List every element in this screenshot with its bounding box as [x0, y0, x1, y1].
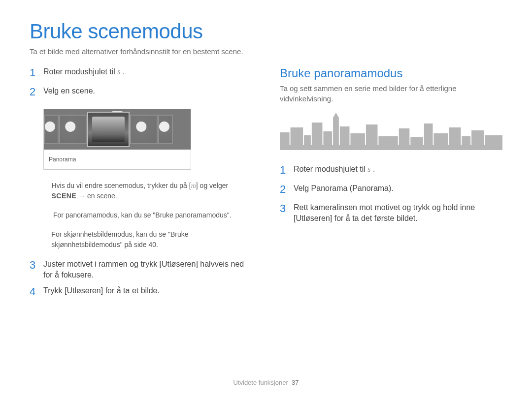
page-title: Bruke scenemodus [30, 20, 502, 43]
panorama-heading: Bruke panoramamodus [280, 66, 502, 80]
note-pre: Hvis du vil endre scenemodus, trykker du… [51, 182, 191, 189]
left-step-4: 4 Trykk [Utløseren] for å ta et bilde. [30, 285, 252, 300]
scene-selector-display: Panorama [43, 109, 191, 170]
svg-rect-10 [378, 136, 398, 147]
page: Bruke scenemodus Ta et bilde med alterna… [0, 0, 532, 401]
step-number: 4 [30, 284, 43, 300]
svg-rect-3 [304, 135, 311, 147]
scene-word: SCENE [51, 192, 76, 200]
left-step-3: 3 Juster motivet i rammen og trykk [Utlø… [30, 259, 252, 281]
step-text: Roter modushjulet til s . [43, 66, 252, 77]
page-subtitle: Ta et bilde med alternativer forhåndsinn… [30, 47, 502, 56]
footer-section: Utvidete funksjoner [233, 379, 288, 386]
step-text: Velg Panorama (Panorama). [294, 183, 502, 194]
right-step-1: 1 Roter modushjulet til s . [280, 164, 502, 178]
columns: 1 Roter modushjulet til s . 2 Velg en sc… [30, 66, 502, 305]
svg-rect-9 [366, 124, 378, 147]
bullet [43, 210, 53, 220]
svg-rect-4 [312, 123, 323, 147]
panorama-skyline-illustration [280, 113, 502, 150]
svg-rect-12 [410, 137, 423, 147]
footer: Utvidete funksjoner 37 [0, 379, 532, 386]
right-step-3: 3 Rett kameralinsen mot motivet og trykk… [280, 202, 502, 224]
svg-marker-6 [333, 113, 339, 147]
scene-thumb [158, 115, 173, 144]
svg-rect-2 [291, 127, 303, 147]
scene-thumbnail-strip [44, 109, 191, 150]
note-text: For panoramamodus, kan du se "Bruke pano… [53, 210, 232, 220]
step-text: Roter modushjulet til s . [294, 164, 502, 175]
svg-rect-16 [462, 136, 470, 147]
scene-name-label: Panorama [44, 150, 191, 169]
svg-rect-14 [433, 133, 448, 147]
svg-rect-15 [449, 127, 461, 147]
step-text-tail: . [371, 165, 375, 173]
svg-rect-1 [280, 132, 290, 147]
left-step-2: 2 Velg en scene. [30, 86, 252, 100]
step-text: Juster motivet i rammen og trykk [Utløse… [43, 259, 252, 281]
footer-page-number: 37 [292, 379, 299, 386]
scene-thumb [44, 115, 59, 144]
left-column: 1 Roter modushjulet til s . 2 Velg en sc… [30, 66, 252, 305]
svg-rect-18 [485, 135, 502, 147]
svg-rect-17 [471, 130, 484, 147]
step-text: Velg en scene. [43, 86, 252, 96]
step-text-pre: Roter modushjulet til [43, 67, 117, 76]
note-line-2: For panoramamodus, kan du se "Bruke pano… [43, 210, 252, 220]
step-number: 3 [280, 201, 294, 216]
step-number: 1 [280, 163, 294, 178]
note-line-3: For skjønnhetsbildemodus, kan du se "Bru… [43, 229, 252, 250]
mode-dial-icon: s [367, 165, 370, 173]
mode-dial-icon: s [117, 67, 120, 76]
note-text: Hvis du vil endre scenemodus, trykker du… [51, 181, 252, 201]
note-mid: ] og velger [196, 182, 228, 189]
svg-rect-8 [350, 133, 365, 147]
menu-icon: m [191, 182, 196, 189]
right-step-2: 2 Velg Panorama (Panorama). [280, 183, 502, 197]
note-text: For skjønnhetsbildemodus, kan du se "Bru… [51, 229, 252, 250]
panorama-subtext: Ta og sett sammen en serie med bilder fo… [280, 83, 502, 104]
step-number: 1 [30, 65, 43, 81]
scene-thumb [59, 115, 87, 144]
step-text-tail: . [121, 67, 125, 76]
bullet [43, 181, 51, 201]
step-text: Rett kameralinsen mot motivet og trykk o… [294, 202, 502, 224]
step-number: 2 [280, 182, 294, 197]
svg-rect-7 [340, 126, 350, 147]
arrow-right-icon: → [76, 192, 87, 200]
step-text-pre: Roter modushjulet til [294, 165, 367, 173]
right-column: Bruke panoramamodus Ta og sett sammen en… [280, 66, 502, 305]
svg-rect-13 [424, 123, 433, 147]
note-line-1: Hvis du vil endre scenemodus, trykker du… [43, 181, 252, 201]
step-number: 3 [30, 258, 43, 273]
svg-rect-5 [323, 131, 332, 147]
step-number: 2 [30, 85, 43, 100]
step-text: Trykk [Utløseren] for å ta et bilde. [43, 285, 252, 296]
bullet [43, 229, 51, 250]
scene-thumb-selected [87, 112, 130, 147]
svg-rect-11 [399, 128, 410, 147]
scene-thumb [130, 115, 158, 144]
left-step-1: 1 Roter modushjulet til s . [30, 66, 252, 81]
note-post: en scene. [87, 192, 117, 200]
